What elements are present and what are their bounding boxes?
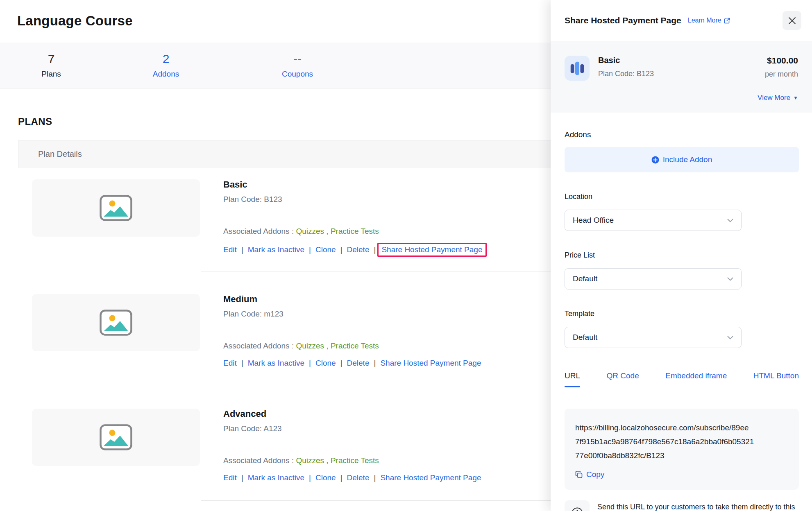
copy-icon: [575, 471, 583, 478]
addon-separator: ,: [324, 227, 331, 235]
addon-separator: ,: [324, 341, 331, 350]
addons-count: 2: [163, 52, 170, 66]
price-list-value: Default: [573, 274, 597, 283]
action-separator: |: [340, 245, 342, 254]
selected-plan-card: Basic Plan Code: B123 $100.00 per month …: [551, 41, 812, 113]
image-placeholder-icon: [100, 310, 132, 336]
associated-addon-practice-tests: Practice Tests: [331, 341, 379, 350]
close-icon: [788, 17, 796, 25]
plan-action-clone[interactable]: Clone: [315, 359, 336, 368]
panel-header: Share Hosted Payment Page Learn More: [551, 0, 812, 41]
tab-html-button[interactable]: HTML Button: [753, 371, 799, 387]
associated-addons-label: Associated Addons :: [223, 341, 296, 350]
panel-body: Addons Include Addon Location Head Offic…: [565, 113, 799, 511]
url-line: https://billing.localzohosecure.com/subs…: [575, 421, 788, 435]
action-separator: |: [374, 245, 376, 254]
action-separator: |: [309, 245, 311, 254]
plan-action-share-hosted-payment-page[interactable]: Share Hosted Payment Page: [380, 473, 481, 482]
plan-image-placeholder: [32, 409, 200, 466]
tab-qr-code[interactable]: QR Code: [607, 371, 639, 387]
plan-action-clone[interactable]: Clone: [315, 245, 336, 254]
template-value: Default: [573, 333, 597, 342]
tab-url[interactable]: URL: [565, 371, 580, 387]
plan-action-delete[interactable]: Delete: [347, 359, 370, 368]
price-list-select[interactable]: Default: [565, 268, 742, 289]
plan-action-share-hosted-payment-page[interactable]: Share Hosted Payment Page: [377, 243, 486, 257]
plan-image-placeholder: [32, 179, 200, 237]
share-method-tabs: URL QR Code Embedded iframe HTML Button: [565, 371, 799, 387]
action-separator: |: [374, 359, 376, 368]
associated-addon-practice-tests: Practice Tests: [331, 227, 379, 235]
learn-more-link[interactable]: Learn More: [688, 17, 730, 24]
panel-plan-name: Basic: [598, 56, 654, 65]
include-addon-button[interactable]: Include Addon: [565, 147, 799, 172]
action-separator: |: [241, 359, 243, 368]
copy-label: Copy: [586, 470, 604, 479]
plan-action-mark-as-inactive[interactable]: Mark as Inactive: [248, 473, 304, 482]
plan-action-edit[interactable]: Edit: [223, 245, 237, 254]
associated-addon-quizzes: Quizzes: [296, 341, 324, 350]
include-addon-label: Include Addon: [663, 155, 712, 164]
chevron-down-icon: [727, 219, 733, 222]
action-separator: |: [241, 245, 243, 254]
view-more-label: View More: [758, 94, 790, 102]
addon-separator: ,: [324, 456, 331, 465]
plan-action-clone[interactable]: Clone: [315, 473, 336, 482]
stat-plans[interactable]: 7 Plans: [41, 43, 61, 88]
price-list-label: Price List: [565, 251, 799, 260]
page-title: Language Course: [17, 13, 133, 29]
panel-title: Share Hosted Payment Page: [565, 16, 681, 25]
chevron-down-icon: [727, 336, 733, 339]
template-select[interactable]: Default: [565, 327, 742, 348]
associated-addon-quizzes: Quizzes: [296, 227, 324, 235]
plan-action-mark-as-inactive[interactable]: Mark as Inactive: [248, 359, 304, 368]
plan-action-delete[interactable]: Delete: [347, 245, 370, 254]
plan-image-placeholder: [32, 294, 200, 351]
plan-action-mark-as-inactive[interactable]: Mark as Inactive: [248, 245, 304, 254]
action-separator: |: [241, 473, 243, 482]
view-more-link[interactable]: View More ▼: [758, 94, 798, 102]
coupons-count: --: [293, 52, 302, 66]
associated-addons-label: Associated Addons :: [223, 227, 296, 235]
action-separator: |: [340, 473, 342, 482]
plan-icon: [565, 56, 590, 81]
chevron-down-icon: [727, 277, 733, 281]
stat-addons[interactable]: 2 Addons: [153, 43, 179, 88]
plan-action-delete[interactable]: Delete: [347, 473, 370, 482]
info-icon-tile: [565, 500, 590, 511]
plan-details-column-header: Plan Details: [38, 149, 82, 159]
action-separator: |: [309, 359, 311, 368]
share-hosted-payment-page-panel: Share Hosted Payment Page Learn More: [551, 0, 812, 511]
url-line: 77e00f0ba8db832fc/B123: [575, 449, 788, 463]
info-icon: [571, 507, 583, 511]
external-link-icon: [724, 18, 730, 24]
plan-action-edit[interactable]: Edit: [223, 473, 237, 482]
image-placeholder-icon: [100, 195, 132, 221]
url-line: 7f915b1ac9a98764f798e567c18a6a2bba0f6b05…: [575, 435, 788, 449]
close-panel-button[interactable]: [783, 11, 801, 30]
plan-action-share-hosted-payment-page[interactable]: Share Hosted Payment Page: [380, 359, 481, 368]
plans-count: 7: [48, 52, 55, 66]
hosted-payment-url-box: https://billing.localzohosecure.com/subs…: [565, 409, 799, 490]
associated-addons-label: Associated Addons :: [223, 456, 296, 465]
panel-plan-code: Plan Code: B123: [598, 70, 654, 78]
plans-label: Plans: [41, 70, 61, 79]
action-separator: |: [340, 359, 342, 368]
plans-section-heading: PLANS: [18, 116, 52, 127]
tab-embedded-iframe[interactable]: Embedded iframe: [665, 371, 727, 387]
divider: [565, 363, 799, 363]
template-label: Template: [565, 310, 799, 318]
action-separator: |: [309, 473, 311, 482]
location-value: Head Office: [573, 216, 614, 225]
stat-coupons[interactable]: -- Coupons: [282, 43, 313, 88]
plan-price: $100.00: [765, 56, 798, 66]
plan-billing-period: per month: [765, 70, 798, 79]
addons-section-heading: Addons: [565, 130, 799, 139]
action-separator: |: [374, 473, 376, 482]
location-label: Location: [565, 192, 799, 201]
location-select[interactable]: Head Office: [565, 210, 742, 231]
copy-url-button[interactable]: Copy: [575, 470, 788, 479]
image-placeholder-icon: [100, 424, 132, 450]
plan-action-edit[interactable]: Edit: [223, 359, 237, 368]
coupons-label: Coupons: [282, 70, 313, 79]
